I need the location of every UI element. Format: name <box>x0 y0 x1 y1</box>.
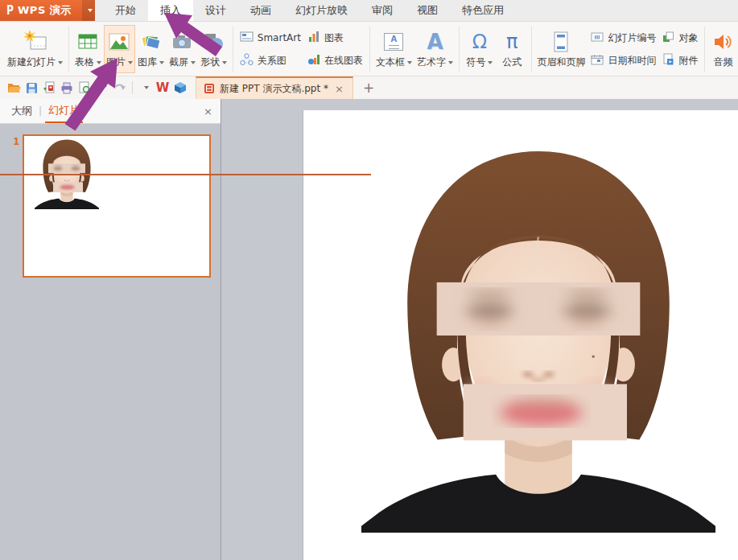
slide-editing-area[interactable] <box>303 110 738 560</box>
audio-label: 音频 <box>714 56 733 69</box>
chart-button[interactable]: 图表 <box>304 28 366 47</box>
picture-button[interactable]: 图片 <box>104 25 135 73</box>
wordart-button[interactable]: A 艺术字 <box>414 25 456 73</box>
smartart-button[interactable]: SmartArt <box>237 28 304 47</box>
cube-icon <box>174 81 187 94</box>
gallery-button[interactable]: 图库 <box>135 25 167 73</box>
chevron-down-icon <box>159 61 164 67</box>
undo-icon <box>96 82 109 93</box>
table-icon <box>77 28 98 56</box>
menu-tab-special-features[interactable]: 特色应用 <box>450 0 516 21</box>
workspace: 大纲 | 幻灯片 × 1 <box>0 99 738 560</box>
chevron-down-icon <box>144 86 149 92</box>
online-chart-icon <box>307 53 320 68</box>
tab-close-button[interactable]: × <box>333 83 345 95</box>
slides-panel: 大纲 | 幻灯片 × 1 <box>0 99 221 560</box>
print-button[interactable] <box>58 79 76 97</box>
new-tab-button[interactable]: + <box>363 80 374 96</box>
textbox-letter: A <box>391 35 398 43</box>
slide-1-thumbnail[interactable] <box>23 134 211 278</box>
3d-object-shortcut[interactable] <box>171 79 189 97</box>
tab-outline[interactable]: 大纲 <box>8 99 35 123</box>
ribbon-insert: 新建幻灯片 表格 <box>0 22 738 76</box>
toolbar-divider <box>132 81 133 94</box>
chevron-down-icon <box>88 9 93 14</box>
textbox-button[interactable]: A 文本框 <box>373 25 414 73</box>
ribbon-divider <box>704 27 705 72</box>
shapes-label: 形状 <box>200 56 220 69</box>
screenshot-button[interactable]: 截屏 <box>167 25 198 73</box>
menubar: P WPS 演示 开始 插入 设计 动画 幻灯片放映 审阅 视图 特色应用 <box>0 0 738 22</box>
smartart-icon <box>240 31 254 45</box>
symbol-omega-icon: Ω <box>472 28 487 56</box>
attachment-label: 附件 <box>678 54 698 68</box>
chevron-down-icon <box>448 61 453 67</box>
relation-diagram-icon <box>240 53 254 68</box>
ribbon-divider <box>459 27 460 72</box>
menu-tabs: 开始 插入 设计 动画 幻灯片放映 审阅 视图 特色应用 <box>103 0 516 21</box>
chevron-down-icon <box>222 61 227 67</box>
ribbon-divider <box>233 27 233 72</box>
omega-glyph: Ω <box>472 32 487 51</box>
app-title: WPS 演示 <box>18 3 72 18</box>
app-menu-caret[interactable] <box>82 0 95 21</box>
table-button[interactable]: 表格 <box>72 25 104 73</box>
audio-button[interactable]: 音频 <box>708 25 738 73</box>
folder-icon <box>7 82 21 93</box>
header-footer-button[interactable]: 页眉和页脚 <box>534 25 588 73</box>
relation-diagram-button[interactable]: 关系图 <box>237 51 304 70</box>
online-chart-button[interactable]: 在线图表 <box>304 51 366 70</box>
print-preview-icon <box>78 81 91 94</box>
datetime-button[interactable]: 日期和时间 <box>588 51 659 70</box>
object-icon <box>662 31 674 45</box>
print-preview-button[interactable] <box>76 79 93 97</box>
toolbar-more-caret[interactable] <box>136 79 154 97</box>
open-file-button[interactable] <box>5 79 23 97</box>
wps-writer-shortcut[interactable]: W <box>154 79 171 97</box>
formula-button[interactable]: π 公式 <box>497 25 528 73</box>
portrait-image[interactable] <box>361 145 715 533</box>
formula-label: 公式 <box>502 56 522 69</box>
new-slide-label: 新建幻灯片 <box>7 56 56 69</box>
shapes-button[interactable]: 形状 <box>198 25 229 73</box>
tabbar-accent-line <box>0 174 371 175</box>
tab-slides[interactable]: 幻灯片 <box>45 99 83 123</box>
menu-tab-home[interactable]: 开始 <box>103 0 148 21</box>
object-button[interactable]: 对象 <box>659 28 701 47</box>
menu-tab-review[interactable]: 审阅 <box>360 0 405 21</box>
export-pdf-button[interactable] <box>40 79 58 97</box>
shapes-icon <box>203 28 224 56</box>
undo-button[interactable] <box>93 79 111 97</box>
menu-tab-insert[interactable]: 插入 <box>148 0 193 21</box>
attachment-button[interactable]: 附件 <box>659 51 701 70</box>
chevron-down-icon <box>488 61 493 67</box>
wps-logo-icon: P <box>6 3 14 18</box>
menu-tab-slideshow[interactable]: 幻灯片放映 <box>283 0 360 21</box>
slide-canvas[interactable] <box>221 99 738 560</box>
panel-close-button[interactable]: × <box>204 105 212 117</box>
header-footer-label: 页眉和页脚 <box>537 56 585 69</box>
symbol-button[interactable]: Ω 符号 <box>463 25 497 73</box>
ppt-file-icon <box>204 83 215 94</box>
ribbon-divider <box>531 27 532 72</box>
wps-presentation-window: P WPS 演示 开始 插入 设计 动画 幻灯片放映 审阅 视图 特色应用 <box>0 0 738 560</box>
app-logo-button[interactable]: P WPS 演示 <box>0 0 95 21</box>
new-slide-button[interactable]: 新建幻灯片 <box>5 25 65 73</box>
redo-button[interactable] <box>111 79 129 97</box>
save-icon <box>26 82 38 94</box>
new-slide-icon <box>23 28 48 56</box>
picture-label: 图片 <box>106 56 126 69</box>
table-label: 表格 <box>75 56 94 69</box>
menu-tab-view[interactable]: 视图 <box>405 0 450 21</box>
chevron-down-icon <box>97 61 101 67</box>
formula-pi-icon: π <box>506 28 517 56</box>
save-button[interactable] <box>23 79 40 97</box>
screenshot-icon <box>171 28 192 56</box>
menu-tab-design[interactable]: 设计 <box>193 0 238 21</box>
document-tab[interactable]: 新建 PPT 演示文稿.ppt * × <box>196 76 353 99</box>
slide-number-button[interactable]: 幻灯片编号 <box>588 28 659 47</box>
gallery-icon <box>139 28 162 56</box>
menu-tab-animation[interactable]: 动画 <box>238 0 283 21</box>
slide-1-number: 1 <box>13 136 19 147</box>
ribbon-divider <box>68 27 69 72</box>
